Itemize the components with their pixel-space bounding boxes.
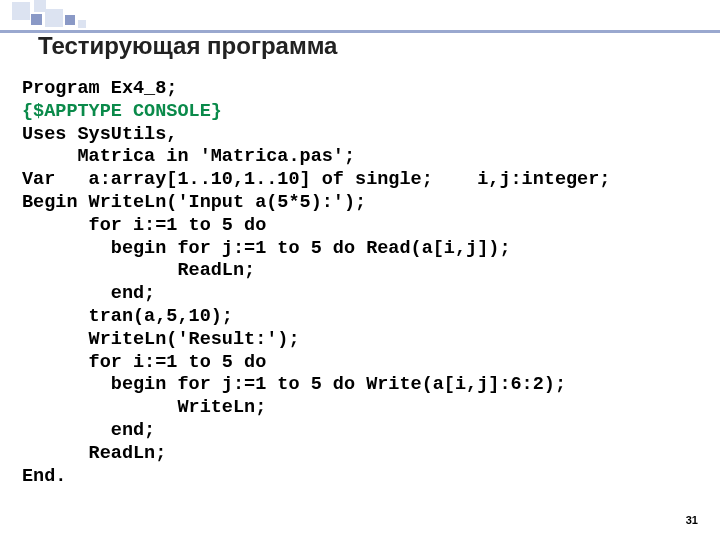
code-line: Uses SysUtils, [22, 124, 177, 145]
code-line: Var a:array[1..10,1..10] of single; i,j:… [22, 169, 610, 190]
code-line: end; [22, 283, 155, 304]
code-line: Begin WriteLn('Input a(5*5):'); [22, 192, 366, 213]
page-number: 31 [686, 514, 698, 526]
code-line: end; [22, 420, 155, 441]
code-line: ReadLn; [22, 260, 255, 281]
code-line: ReadLn; [22, 443, 166, 464]
code-line: Program Ex4_8; [22, 78, 177, 99]
code-line: for i:=1 to 5 do [22, 215, 266, 236]
code-line: begin for j:=1 to 5 do Read(a[i,j]); [22, 238, 510, 259]
code-line: for i:=1 to 5 do [22, 352, 266, 373]
code-line: WriteLn; [22, 397, 266, 418]
code-line: tran(a,5,10); [22, 306, 233, 327]
code-line: End. [22, 466, 66, 487]
code-block: Program Ex4_8; {$APPTYPE CONSOLE} Uses S… [22, 78, 610, 488]
code-line-directive: {$APPTYPE CONSOLE} [22, 101, 222, 122]
code-line: begin for j:=1 to 5 do Write(a[i,j]:6:2)… [22, 374, 566, 395]
code-line: WriteLn('Result:'); [22, 329, 300, 350]
code-line: Matrica in 'Matrica.pas'; [22, 146, 355, 167]
slide-title: Тестирующая программа [38, 32, 337, 60]
